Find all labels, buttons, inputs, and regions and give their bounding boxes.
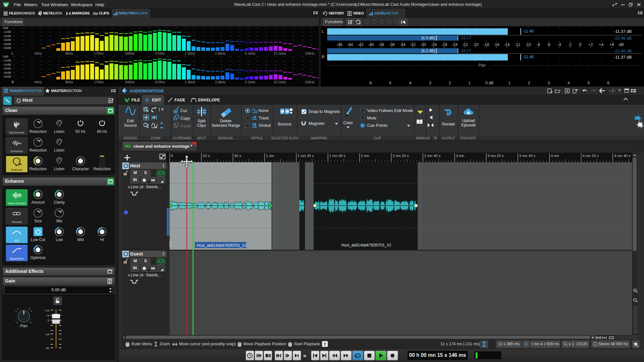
svg-text:2: 2 [449, 81, 451, 85]
svg-text:20 s: 20 s [203, 154, 210, 158]
svg-text:-4: -4 [557, 42, 561, 47]
svg-text:4: 4 [409, 81, 412, 85]
svg-text:2 mn 40 s: 2 mn 40 s [424, 154, 440, 158]
svg-text:-14: -14 [504, 42, 510, 47]
svg-text:-36: -36 [389, 42, 395, 47]
svg-text:+6: +6 [610, 42, 614, 47]
svg-text:+12: +12 [44, 309, 49, 312]
svg-text:-38: -38 [378, 42, 384, 47]
svg-text:s̸s: s̸s [19, 162, 22, 166]
svg-text:dB: dB [619, 42, 624, 47]
svg-text:-22: -22 [462, 42, 468, 47]
svg-text:i: i [595, 343, 596, 346]
svg-text:4 mn 40 s: 4 mn 40 s [614, 154, 630, 158]
svg-text:4: 4 [388, 20, 390, 23]
svg-text:0: 0 [48, 319, 49, 322]
svg-text:1 mn: 1 mn [266, 154, 274, 158]
svg-text:5: 5 [396, 20, 398, 23]
svg-text:4 mn 20 s: 4 mn 20 s [582, 154, 599, 158]
svg-text:-8: -8 [536, 42, 540, 47]
svg-text:-16: -16 [494, 42, 499, 47]
svg-text:2 mn: 2 mn [361, 154, 369, 158]
svg-text:5: 5 [588, 81, 590, 85]
svg-text:5: 5 [389, 81, 392, 85]
svg-text:-2: -2 [568, 42, 572, 47]
svg-text:3: 3 [548, 81, 550, 85]
svg-text:2 mn 20 s: 2 mn 20 s [393, 154, 409, 158]
svg-text:-28: -28 [431, 42, 437, 47]
svg-text:-36: -36 [45, 346, 49, 349]
svg-text:1: 1 [469, 81, 471, 85]
svg-text:1: 1 [366, 20, 368, 23]
svg-text:0: 0 [171, 154, 173, 158]
svg-text:3: 3 [429, 81, 431, 85]
svg-text:0: 0 [579, 42, 582, 47]
svg-text:-26: -26 [441, 42, 447, 47]
svg-text:+2: +2 [588, 42, 593, 47]
svg-text:3 mn 40 s: 3 mn 40 s [519, 154, 535, 158]
svg-text:4 mn: 4 mn [551, 154, 559, 158]
svg-text:-44: -44 [347, 42, 353, 47]
svg-text:4: 4 [568, 81, 570, 85]
svg-text:-32: -32 [410, 42, 416, 47]
svg-text:-20: -20 [473, 42, 478, 47]
svg-text:40 s: 40 s [234, 154, 242, 158]
svg-text:-6: -6 [547, 42, 550, 47]
svg-text:2: 2 [528, 81, 530, 85]
svg-text:1: 1 [508, 81, 511, 85]
svg-text:6: 6 [607, 81, 610, 85]
svg-text:3: 3 [381, 20, 383, 23]
svg-text:-12: -12 [515, 42, 520, 47]
svg-text:-24: -24 [452, 42, 458, 47]
svg-text:-46: -46 [336, 42, 342, 47]
svg-text:3 mn 20 s: 3 mn 20 s [488, 154, 504, 158]
svg-text:-30: -30 [420, 42, 426, 47]
svg-text:6: 6 [370, 81, 372, 85]
svg-text:3 mn: 3 mn [456, 154, 464, 158]
svg-text:0 dB: 0 dB [485, 81, 494, 85]
svg-text:1 mn 40 s: 1 mn 40 s [329, 154, 346, 158]
svg-text:2: 2 [374, 20, 375, 23]
svg-text:-34: -34 [400, 42, 405, 47]
svg-text:-40: -40 [368, 42, 374, 47]
svg-text:-10: -10 [525, 42, 531, 47]
svg-text:+6: +6 [46, 314, 49, 317]
svg-text:+4: +4 [599, 42, 603, 47]
svg-text:-42: -42 [358, 42, 364, 47]
svg-text:-18: -18 [483, 42, 489, 47]
svg-text:-18: -18 [45, 332, 49, 336]
svg-text:1 mn 20 s: 1 mn 20 s [298, 154, 314, 158]
